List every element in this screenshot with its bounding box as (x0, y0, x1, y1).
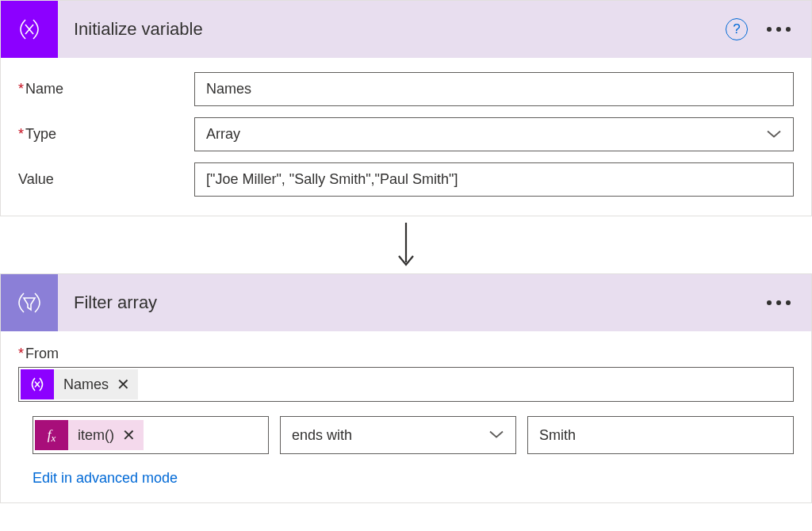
name-row: *Name (18, 72, 794, 106)
close-icon[interactable]: ✕ (122, 427, 136, 443)
from-token[interactable]: Names ✕ (21, 369, 138, 399)
card-header[interactable]: Initialize variable ? (1, 1, 811, 58)
type-row: *Type Array (18, 117, 794, 151)
filter-array-card: Filter array *From Names ✕ (0, 273, 812, 503)
more-menu-icon[interactable] (762, 22, 795, 36)
operator-value: ends with (292, 427, 352, 444)
edit-advanced-link[interactable]: Edit in advanced mode (18, 470, 794, 487)
type-select[interactable]: Array (194, 117, 794, 151)
type-value: Array (206, 126, 240, 142)
token-label: item() (68, 427, 122, 444)
filter-right-input[interactable]: Smith (527, 416, 794, 454)
fx-icon: fx (35, 420, 68, 450)
initialize-variable-card: Initialize variable ? *Name *Type Array … (0, 0, 812, 216)
compare-value: Smith (539, 427, 576, 444)
variable-icon (21, 369, 54, 399)
name-label: *Name (18, 81, 194, 97)
card-title: Initialize variable (74, 19, 726, 40)
expression-token[interactable]: fx item() ✕ (35, 420, 144, 450)
from-label: *From (18, 346, 794, 362)
close-icon[interactable]: ✕ (117, 376, 130, 392)
card-header[interactable]: Filter array (1, 274, 811, 331)
token-label: Names (54, 376, 117, 393)
card-title: Filter array (74, 292, 762, 313)
flow-arrow (0, 216, 812, 273)
chevron-down-icon (766, 126, 782, 143)
filter-left-input[interactable]: fx item() ✕ (33, 416, 269, 454)
chevron-down-icon (488, 427, 504, 444)
filter-condition-row: fx item() ✕ ends with Smith (18, 416, 794, 454)
value-input[interactable] (194, 162, 794, 197)
name-input[interactable] (194, 72, 794, 106)
value-row: Value (18, 162, 794, 197)
filter-icon (1, 274, 58, 331)
value-label: Value (18, 171, 194, 188)
from-input[interactable]: Names ✕ (18, 367, 794, 402)
type-label: *Type (18, 126, 194, 143)
more-menu-icon[interactable] (762, 296, 795, 310)
variable-icon (1, 1, 58, 58)
card-body: *From Names ✕ fx (1, 331, 811, 502)
operator-select[interactable]: ends with (280, 416, 516, 454)
card-body: *Name *Type Array Value (1, 58, 811, 216)
help-icon[interactable]: ? (726, 18, 748, 40)
